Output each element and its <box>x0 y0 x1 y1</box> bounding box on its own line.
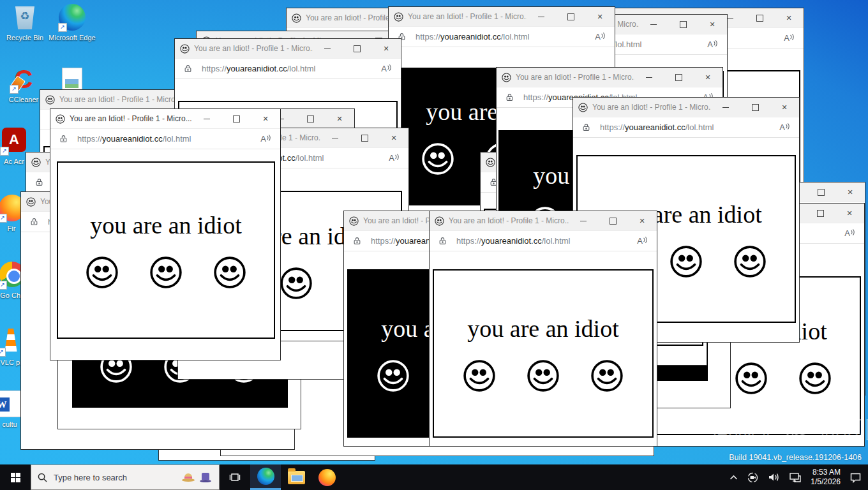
window-controls: ✕ <box>639 15 727 34</box>
window-title: You are an Idiot! - Profile 1 - Micro... <box>194 44 313 53</box>
read-aloud-icon[interactable]: A <box>381 64 392 73</box>
straw-hat-icon <box>182 473 195 482</box>
address-bar[interactable]: https://youareanidiot.cc/lol.html A <box>389 27 615 47</box>
read-aloud-icon[interactable]: A <box>779 122 790 132</box>
smiley-icon <box>733 245 767 278</box>
smiley-icon <box>798 362 832 395</box>
smiley-favicon-icon <box>56 114 65 124</box>
address-bar[interactable]: https://youareanidiot.cc/lol.html A <box>50 129 280 149</box>
smiley-icon <box>670 245 703 278</box>
taskbar-firefox[interactable] <box>311 464 342 490</box>
maximize-button[interactable] <box>806 182 835 202</box>
window-titlebar[interactable]: You are an Idiot! - Profile 1 - Micro...… <box>573 98 799 117</box>
close-button[interactable]: ✕ <box>371 39 401 58</box>
meet-now-icon[interactable] <box>747 472 759 483</box>
read-aloud-icon[interactable]: A <box>595 32 606 41</box>
read-aloud-icon[interactable]: A <box>844 228 855 238</box>
action-center-icon[interactable] <box>849 472 862 483</box>
smiley-favicon-icon <box>292 13 301 23</box>
maximize-button[interactable] <box>598 211 627 230</box>
search-icon <box>38 473 47 482</box>
edge-icon <box>257 468 274 485</box>
smiley-favicon-icon <box>394 12 403 22</box>
tray-clock[interactable]: 8:53 AM 1/5/2026 <box>811 468 841 487</box>
maximize-button[interactable] <box>805 204 835 223</box>
close-button[interactable]: ✕ <box>585 7 615 26</box>
window-titlebar[interactable]: You are an Idiot! - Profile 1 - Micro...… <box>389 7 615 27</box>
window-controls: ✕ <box>313 39 401 58</box>
desktop-icon-recycle-bin[interactable]: Recycle Bin <box>0 4 50 43</box>
volume-icon[interactable] <box>768 472 780 482</box>
close-button[interactable]: ✕ <box>835 204 864 223</box>
smiley-favicon-icon <box>31 158 41 167</box>
page-flash-box: you are an idiot <box>433 269 654 438</box>
taskbar-microsoft-edge[interactable] <box>250 464 281 490</box>
firefox-icon <box>318 469 336 486</box>
shortcut-arrow-icon: ↗ <box>0 281 7 290</box>
read-aloud-icon[interactable]: A <box>707 40 718 49</box>
minimize-button[interactable] <box>320 128 350 147</box>
read-aloud-icon[interactable]: A <box>784 33 795 43</box>
address-bar[interactable]: https://youareanidiot.cc/lol.html A <box>573 117 799 138</box>
window-titlebar[interactable]: You are an Idiot! - Profile 1 - Micro...… <box>50 109 280 129</box>
read-aloud-icon[interactable]: A <box>260 134 271 144</box>
close-button[interactable]: ✕ <box>774 8 804 27</box>
maximize-button[interactable] <box>740 98 770 117</box>
lock-icon <box>505 93 514 101</box>
window-title: You are an Idiot! - Profile 1 - Micro... <box>592 103 711 112</box>
window-controls: ✕ <box>711 98 799 117</box>
close-button[interactable]: ✕ <box>835 182 865 202</box>
browser-window[interactable]: You are an Idiot! - Profile 1 - Micro...… <box>429 211 657 447</box>
minimize-button[interactable] <box>711 98 740 117</box>
window-title: You are an Idiot! - Profile 1 - Micro... <box>516 73 634 82</box>
maximize-button[interactable] <box>221 109 251 128</box>
smiley-row <box>463 359 624 392</box>
maximize-button[interactable] <box>350 128 379 147</box>
close-button[interactable]: ✕ <box>698 15 727 34</box>
minimize-button[interactable] <box>569 211 598 230</box>
minimize-button[interactable] <box>192 109 221 128</box>
network-icon[interactable] <box>789 472 802 483</box>
close-button[interactable]: ✕ <box>770 98 799 117</box>
tray-chevron-up-icon[interactable] <box>730 475 738 480</box>
minimize-button[interactable] <box>527 7 556 26</box>
lock-icon <box>353 237 361 245</box>
window-titlebar[interactable]: You are an Idiot! - Profile 1 - Micro...… <box>175 39 401 59</box>
smiley-favicon-icon <box>578 103 588 112</box>
shortcut-arrow-icon: ↗ <box>58 23 67 32</box>
maximize-button[interactable] <box>668 15 698 34</box>
lock-icon <box>438 237 447 245</box>
minimize-button[interactable] <box>634 68 664 87</box>
minimize-button[interactable] <box>639 15 668 34</box>
taskbar-file-explorer[interactable] <box>281 464 311 490</box>
lock-icon <box>59 135 68 143</box>
url-text: https://youareanidiot.cc/lol.html <box>600 122 775 132</box>
address-bar[interactable]: https://youareanidiot.cc/lol.html A <box>175 59 401 79</box>
window-titlebar[interactable]: You are an Idiot! - Profile 1 - Micro...… <box>430 211 657 231</box>
window-controls: ✕ <box>320 128 408 147</box>
maximize-button[interactable] <box>296 109 325 128</box>
browser-window[interactable]: You are an Idiot! - Profile 1 - Micro...… <box>50 108 281 360</box>
window-controls: ✕ <box>527 7 615 26</box>
desktop-icon-microsoft-edge[interactable]: ↗ Microsoft Edge <box>47 4 97 43</box>
close-button[interactable]: ✕ <box>251 109 280 128</box>
maximize-button[interactable] <box>745 8 774 27</box>
read-aloud-icon[interactable]: A <box>637 236 648 246</box>
close-button[interactable]: ✕ <box>325 109 354 128</box>
start-button[interactable] <box>0 464 31 490</box>
close-button[interactable]: ✕ <box>379 128 408 147</box>
task-view-button[interactable] <box>220 464 250 490</box>
taskbar-search-box[interactable]: Type here to search <box>31 464 220 490</box>
maximize-button[interactable] <box>664 68 693 87</box>
url-text: https://youareanidiot.cc/lol.html <box>415 32 591 41</box>
window-titlebar[interactable]: You are an Idiot! - Profile 1 - Micro...… <box>497 68 722 87</box>
address-bar[interactable]: https://youareanidiot.cc/lol.html A <box>430 231 657 251</box>
maximize-button[interactable] <box>556 7 585 26</box>
maximize-button[interactable] <box>342 39 371 58</box>
url-text: https://youareanidiot.cc/lol.html <box>202 64 377 73</box>
smiley-icon <box>377 359 410 392</box>
close-button[interactable]: ✕ <box>693 68 722 87</box>
close-button[interactable]: ✕ <box>627 211 657 230</box>
read-aloud-icon[interactable]: A <box>389 153 400 163</box>
minimize-button[interactable] <box>313 39 342 58</box>
